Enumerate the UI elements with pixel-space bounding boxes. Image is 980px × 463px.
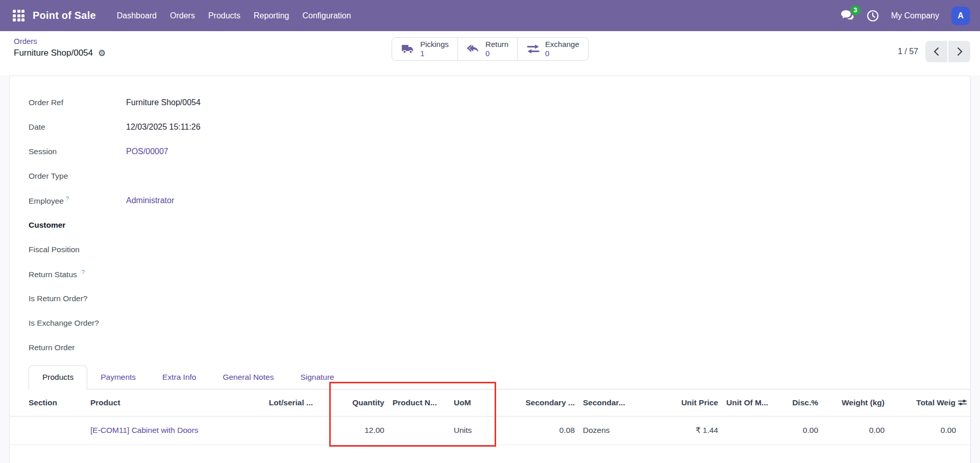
cell-quantity[interactable]: 12.00	[317, 416, 388, 445]
cell-discount[interactable]: 0.00	[783, 416, 822, 445]
field-label: Order Type	[29, 172, 126, 181]
field-label: Return Order	[29, 343, 126, 352]
breadcrumb-orders-link[interactable]: Orders	[14, 36, 106, 46]
company-name[interactable]: My Company	[891, 11, 939, 20]
field-order-type: Order Type	[29, 164, 970, 188]
field-label: Order Ref	[29, 98, 126, 107]
table-header-row: Section Product Lot/serial ... Quantity …	[10, 389, 971, 416]
top-navbar: Point of Sale Dashboard Orders Products …	[0, 0, 980, 31]
cell-weight[interactable]: 0.00	[822, 416, 889, 445]
pickings-button[interactable]: Pickings 1	[392, 38, 458, 60]
cell-secondary-qty[interactable]: 0.08	[513, 416, 579, 445]
pickings-label: Pickings	[420, 40, 449, 49]
cell-lot-serial[interactable]	[229, 416, 317, 445]
col-product[interactable]: Product	[86, 389, 229, 416]
stat-button-group: Pickings 1 Return 0	[391, 37, 589, 61]
help-icon: ?	[82, 269, 85, 275]
order-line-row[interactable]: [E-COM11] Cabinet with Doors 12.00 Units…	[10, 416, 971, 445]
col-uom[interactable]: UoM	[450, 389, 513, 416]
exchange-count: 0	[545, 49, 579, 58]
field-label: Session	[29, 147, 126, 156]
field-date: Date 12/03/2025 15:11:26	[29, 115, 970, 139]
return-label: Return	[485, 40, 508, 49]
cell-section[interactable]	[10, 416, 86, 445]
chevron-left-icon	[933, 47, 941, 56]
field-label: Fiscal Position	[29, 245, 126, 254]
field-order-ref: Order Ref Furniture Shop/0054	[29, 90, 970, 115]
return-icon	[467, 42, 480, 56]
gear-icon[interactable]: ⚙	[98, 49, 106, 58]
messages-button[interactable]: 3	[841, 10, 854, 21]
clock-icon	[867, 10, 879, 22]
app-name[interactable]: Point of Sale	[33, 10, 96, 21]
exchange-label: Exchange	[545, 40, 579, 49]
pickings-count: 1	[420, 49, 449, 58]
field-label: Employee?	[29, 196, 126, 206]
cell-unit-price[interactable]: ₹ 1.44	[640, 416, 722, 445]
order-ref-value[interactable]: Furniture Shop/0054	[126, 98, 201, 107]
col-unit-price[interactable]: Unit Price	[640, 389, 722, 416]
cell-product: [E-COM11] Cabinet with Doors	[86, 416, 229, 445]
col-product-note[interactable]: Product N...	[388, 389, 450, 416]
menu-products[interactable]: Products	[202, 0, 247, 31]
content-area: Order Ref Furniture Shop/0054 Date 12/03…	[0, 76, 980, 463]
notebook-tabs: Products Payments Extra Info General Not…	[29, 364, 970, 389]
pager-counter: 1 / 57	[898, 47, 918, 56]
field-customer: Customer	[29, 213, 970, 237]
col-section[interactable]: Section	[10, 389, 86, 416]
messages-count-badge: 3	[850, 5, 861, 15]
tab-products[interactable]: Products	[29, 365, 87, 389]
tab-signature[interactable]: Signature	[287, 366, 347, 389]
col-total-weight[interactable]: Total Weig	[889, 389, 971, 416]
menu-dashboard[interactable]: Dashboard	[110, 0, 163, 31]
field-fiscal-position: Fiscal Position	[29, 237, 970, 262]
field-session: Session POS/00007	[29, 139, 970, 164]
product-link[interactable]: [E-COM11] Cabinet with Doors	[90, 426, 199, 434]
field-label: Is Return Order?	[29, 294, 126, 303]
exchange-icon	[526, 43, 540, 55]
tab-payments[interactable]: Payments	[87, 366, 149, 389]
return-count: 0	[485, 49, 508, 58]
date-value[interactable]: 12/03/2025 15:11:26	[126, 123, 201, 132]
session-link[interactable]: POS/00007	[126, 147, 168, 156]
field-label: Is Exchange Order?	[29, 319, 126, 328]
pager-next-button[interactable]	[948, 41, 970, 62]
cell-secondary-uom[interactable]: Dozens	[579, 416, 640, 445]
chevron-right-icon	[955, 47, 964, 56]
col-lot-serial[interactable]: Lot/serial ...	[229, 389, 317, 416]
exchange-button[interactable]: Exchange 0	[518, 38, 588, 60]
menu-reporting[interactable]: Reporting	[247, 0, 296, 31]
col-secondary-qty[interactable]: Secondary ...	[513, 389, 579, 416]
col-weight[interactable]: Weight (kg)	[822, 389, 889, 416]
cell-uom[interactable]: Units	[450, 416, 513, 445]
app-switcher[interactable]: Point of Sale	[13, 10, 96, 21]
col-unit-of-measure[interactable]: Unit Of M...	[722, 389, 783, 416]
field-return-order: Return Order	[29, 335, 970, 360]
apps-grid-icon[interactable]	[13, 10, 24, 21]
col-discount[interactable]: Disc.%	[783, 389, 822, 416]
field-is-return-order: Is Return Order?	[29, 286, 970, 311]
pager: 1 / 57	[898, 41, 970, 62]
col-quantity[interactable]: Quantity	[317, 389, 388, 416]
menu-configuration[interactable]: Configuration	[296, 0, 357, 31]
cell-total-weight[interactable]: 0.00	[889, 416, 971, 445]
optional-columns-icon[interactable]	[958, 398, 967, 407]
form-sheet: Order Ref Furniture Shop/0054 Date 12/03…	[9, 76, 971, 463]
help-icon: ?	[66, 196, 69, 202]
cell-unit-of-measure[interactable]	[722, 416, 783, 445]
breadcrumb: Orders Furniture Shop/0054 ⚙	[14, 36, 106, 58]
pager-previous-button[interactable]	[925, 41, 947, 62]
field-label: Return Status?	[29, 269, 126, 279]
return-button[interactable]: Return 0	[458, 38, 518, 60]
control-panel: Orders Furniture Shop/0054 ⚙ Pickings 1	[0, 31, 980, 76]
tab-extra-info[interactable]: Extra Info	[149, 366, 209, 389]
order-lines-table: Section Product Lot/serial ... Quantity …	[10, 389, 971, 445]
col-secondary-uom[interactable]: Secondar...	[579, 389, 640, 416]
cell-product-note[interactable]	[388, 416, 450, 445]
user-avatar[interactable]: A	[951, 7, 970, 25]
activities-button[interactable]	[867, 10, 879, 22]
employee-link[interactable]: Administrator	[126, 196, 174, 205]
tab-general-notes[interactable]: General Notes	[209, 366, 287, 389]
field-employee: Employee? Administrator	[29, 188, 970, 213]
menu-orders[interactable]: Orders	[163, 0, 202, 31]
